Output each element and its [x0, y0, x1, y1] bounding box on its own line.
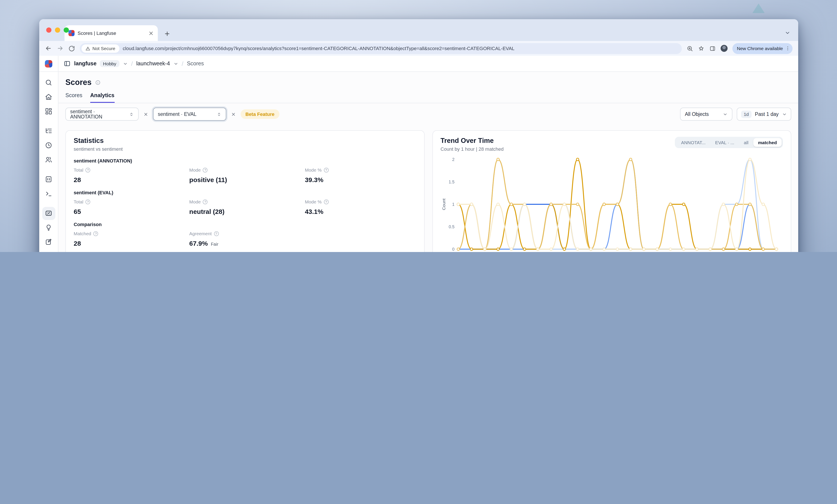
stat-modepct-eval: Mode % 43.1%: [305, 199, 416, 215]
stat-total-annotation: Total 28: [74, 167, 185, 183]
remove-score2-icon[interactable]: [230, 112, 237, 116]
plan-badge: Hobby: [100, 60, 120, 67]
tracing-icon[interactable]: [42, 124, 55, 137]
svg-text:1.5: 1.5: [449, 180, 455, 184]
desktop: Scores | Langfuse Not Secure cloud.langf…: [0, 0, 837, 252]
help-icon[interactable]: [324, 168, 329, 172]
fullscreen-window-button[interactable]: [64, 27, 69, 33]
dashboards-icon[interactable]: [42, 105, 55, 118]
score1-select[interactable]: sentiment · ANNOTATION: [66, 108, 139, 121]
tab-strip: Scores | Langfuse: [39, 19, 798, 41]
help-icon[interactable]: [214, 231, 219, 236]
info-icon[interactable]: [95, 80, 101, 86]
annotation-section-heading: sentiment (ANNOTATION): [74, 158, 416, 163]
score2-value: sentiment · EVAL: [158, 112, 196, 117]
tab-analytics[interactable]: Analytics: [90, 92, 114, 103]
help-icon[interactable]: [93, 231, 98, 236]
stat-mode-annotation: Mode positive (11): [189, 167, 300, 183]
org-chevron-icon[interactable]: [123, 61, 128, 66]
time-range-badge: 1d: [741, 110, 751, 118]
comparison-section-heading: Comparison: [74, 222, 416, 227]
playground-terminal-icon[interactable]: [42, 187, 55, 200]
sidebar-item-scores[interactable]: [42, 207, 55, 220]
forward-icon[interactable]: [57, 45, 64, 52]
stat-matched: Matched 28: [74, 231, 185, 247]
beta-feature-badge: Beta Feature: [241, 109, 279, 119]
url-text: cloud.langfuse.com/project/cmhnuoj660007…: [123, 46, 514, 51]
new-tab-button[interactable]: [164, 31, 171, 37]
svg-text:Count: Count: [441, 199, 446, 210]
annotation-icon[interactable]: [42, 236, 55, 248]
svg-text:2: 2: [452, 157, 455, 162]
sidebar: M: [39, 72, 58, 252]
org-name[interactable]: langfuse: [74, 60, 96, 67]
statistics-title: Statistics: [74, 137, 123, 145]
tab-search-icon[interactable]: [785, 30, 790, 36]
logo-cell: [39, 56, 58, 71]
trend-subtitle: Count by 1 hour | 28 matched: [441, 146, 503, 152]
chrome-update-label: New Chrome available: [737, 46, 783, 51]
stat-mode-eval: Mode neutral (28): [189, 199, 300, 215]
trend-view-toggle: ANNOTAT...EVAL · ...allmatched: [675, 137, 783, 148]
trend-title: Trend Over Time: [441, 137, 503, 145]
trend-segment-annotat[interactable]: ANNOTAT...: [676, 138, 710, 147]
prompts-icon[interactable]: [42, 173, 55, 186]
address-bar[interactable]: Not Secure cloud.langfuse.com/project/cm…: [80, 43, 682, 54]
time-range-select[interactable]: 1d Past 1 day: [737, 108, 791, 121]
breadcrumb-page: Scores: [187, 60, 204, 67]
score1-value: sentiment · ANNOTATION: [70, 109, 124, 119]
reload-icon[interactable]: [68, 45, 75, 52]
project-name[interactable]: launchweek-4: [136, 60, 170, 67]
trend-segment-eval[interactable]: EVAL · ...: [710, 138, 739, 147]
sessions-clock-icon[interactable]: [42, 139, 55, 152]
object-type-select[interactable]: All Objects: [680, 108, 732, 121]
eval-section-heading: sentiment (EVAL): [74, 190, 416, 195]
stat-total-eval: Total 65: [74, 199, 185, 215]
zoom-icon[interactable]: [687, 45, 693, 52]
stat-modepct-annotation: Mode % 39.3%: [305, 167, 416, 183]
chevrons-up-down-icon: [129, 112, 134, 116]
not-secure-badge[interactable]: Not Secure: [82, 44, 119, 53]
langfuse-app: langfuse Hobby / launchweek-4 / Scores: [39, 56, 798, 252]
score2-select[interactable]: sentiment · EVAL: [153, 108, 226, 121]
close-window-button[interactable]: [46, 27, 51, 33]
tab-title: Scores | Langfuse: [77, 31, 145, 36]
menu-dots-icon: [785, 46, 790, 51]
remove-score1-icon[interactable]: [143, 112, 149, 116]
statistics-panel: Statistics sentiment vs sentiment sentim…: [66, 130, 424, 252]
project-chevron-icon[interactable]: [174, 61, 178, 66]
filter-bar: sentiment · ANNOTATION sentiment · EVAL …: [58, 103, 798, 125]
help-icon[interactable]: [324, 199, 329, 204]
statistics-subtitle: sentiment vs sentiment: [74, 146, 123, 152]
chrome-update-button[interactable]: New Chrome available: [733, 43, 793, 54]
datasets-icon[interactable]: [42, 250, 55, 252]
minimize-window-button[interactable]: [55, 27, 60, 33]
trend-segment-matched[interactable]: matched: [753, 138, 782, 147]
breadcrumb-separator: /: [131, 60, 133, 67]
help-icon[interactable]: [203, 199, 208, 204]
home-icon[interactable]: [42, 90, 55, 104]
side-panel-icon[interactable]: [710, 45, 716, 52]
window-controls: [46, 27, 69, 33]
tab-close-icon[interactable]: [148, 30, 154, 36]
tab-scores[interactable]: Scores: [66, 92, 83, 103]
time-range-value: Past 1 day: [755, 112, 779, 117]
warning-icon: [86, 46, 90, 51]
svg-text:0: 0: [452, 247, 455, 251]
sidebar-toggle-icon[interactable]: [64, 60, 71, 67]
wallpaper-shape: [752, 3, 765, 13]
trend-segment-all[interactable]: all: [739, 138, 753, 147]
help-icon[interactable]: [86, 168, 90, 172]
back-icon[interactable]: [45, 45, 52, 52]
bookmark-star-icon[interactable]: [698, 45, 705, 52]
help-icon[interactable]: [203, 168, 208, 172]
svg-text:1: 1: [452, 202, 455, 207]
evaluation-lightbulb-icon[interactable]: [42, 221, 55, 234]
search-icon[interactable]: [42, 76, 55, 89]
browser-tab[interactable]: Scores | Langfuse: [65, 25, 158, 41]
help-icon[interactable]: [86, 199, 90, 204]
langfuse-logo-icon: [45, 60, 52, 67]
profile-avatar[interactable]: [721, 45, 728, 52]
page-tabs: Scores Analytics: [58, 87, 798, 103]
users-icon[interactable]: [42, 153, 55, 166]
